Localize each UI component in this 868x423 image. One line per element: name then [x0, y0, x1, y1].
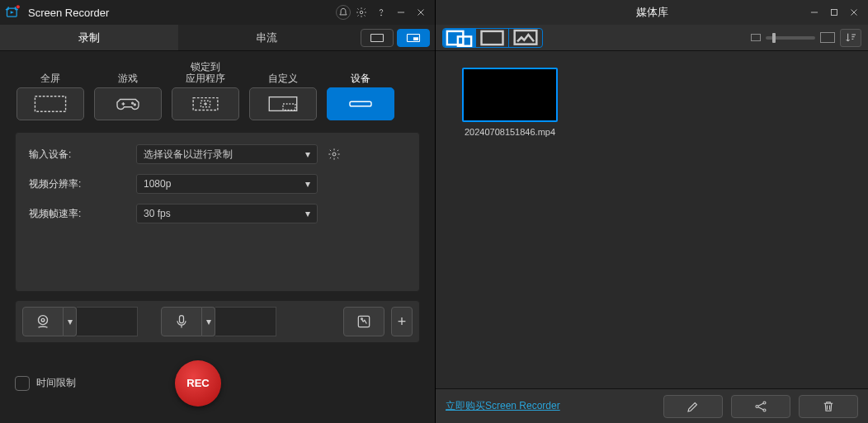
svg-point-36	[756, 405, 758, 407]
size-slider[interactable]	[766, 36, 815, 40]
input-device-settings-icon[interactable]	[326, 146, 342, 162]
buy-link[interactable]: 立即购买Screen Recorder	[446, 399, 560, 413]
edit-button[interactable]	[663, 395, 723, 418]
size-large-icon	[820, 32, 835, 43]
close-icon[interactable]	[412, 3, 430, 21]
mode-lockapp-label2: 应用程序	[186, 73, 225, 84]
svg-rect-21	[350, 101, 371, 106]
custom-icon	[249, 87, 317, 120]
close-icon[interactable]	[845, 3, 863, 21]
media-item[interactable]: 20240708151846.mp4	[460, 68, 559, 137]
mode-fullscreen[interactable]: 全屏	[15, 59, 86, 120]
svg-rect-10	[35, 96, 65, 112]
svg-point-23	[39, 316, 48, 325]
svg-point-13	[132, 102, 134, 104]
svg-point-1	[17, 5, 20, 8]
fps-label: 视频帧速率:	[29, 207, 128, 221]
left-titlebar: Screen Recorder	[0, 0, 435, 25]
webcam-dropdown[interactable]: ▾	[64, 307, 77, 336]
mode-device[interactable]: 设备	[325, 59, 396, 120]
delete-button[interactable]	[799, 395, 858, 418]
help-icon[interactable]	[372, 3, 390, 21]
chevron-down-icon: ▾	[305, 208, 310, 219]
recorder-panel: Screen Recorder 录制 串流 全屏 游戏 锁定到应用程序	[0, 0, 435, 423]
microphone-field[interactable]	[215, 307, 276, 336]
fullscreen-icon	[17, 87, 84, 120]
microphone-button[interactable]	[161, 307, 202, 336]
tab-stream[interactable]: 串流	[178, 25, 356, 50]
share-button[interactable]	[731, 395, 790, 418]
chevron-down-icon: ▾	[305, 148, 310, 160]
size-small-icon	[751, 34, 761, 41]
fps-select[interactable]: 30 fps ▾	[136, 204, 318, 223]
maximize-icon[interactable]	[825, 3, 843, 21]
resolution-value: 1080p	[144, 178, 171, 190]
svg-rect-25	[180, 316, 184, 323]
fps-value: 30 fps	[144, 208, 171, 219]
minimize-icon[interactable]	[805, 3, 823, 21]
bottom-bar: 时间限制 REC	[0, 343, 435, 423]
filter-video-button[interactable]	[476, 29, 509, 47]
filter-all-button[interactable]	[443, 29, 476, 47]
svg-rect-29	[832, 10, 837, 16]
mode-lockapp-label1: 锁定到	[191, 61, 220, 73]
svg-point-3	[381, 15, 382, 16]
add-source-button[interactable]: +	[391, 307, 413, 336]
app-title: Screen Recorder	[28, 7, 109, 19]
media-thumbnail	[462, 68, 558, 122]
mode-game-label: 游戏	[118, 73, 138, 84]
library-panel: 媒体库 20240708151846.mp4 立即购买Screen Record…	[435, 0, 868, 423]
mode-custom-label: 自定义	[268, 73, 298, 84]
svg-point-2	[360, 11, 363, 14]
minimize-icon[interactable]	[392, 3, 410, 21]
svg-rect-32	[447, 31, 464, 44]
svg-point-37	[763, 402, 766, 404]
svg-rect-20	[283, 104, 295, 110]
media-filename: 20240708151846.mp4	[465, 127, 555, 137]
library-grid: 20240708151846.mp4	[436, 51, 868, 388]
svg-point-14	[134, 104, 135, 106]
resolution-select[interactable]: 1080p ▾	[136, 174, 318, 194]
tab-record[interactable]: 录制	[0, 25, 178, 50]
notifications-icon[interactable]	[336, 5, 351, 20]
svg-line-39	[758, 403, 763, 406]
svg-point-22	[333, 153, 336, 156]
svg-point-27	[361, 318, 363, 320]
library-toolbar	[436, 25, 868, 51]
svg-rect-7	[371, 34, 384, 41]
sort-button[interactable]	[840, 29, 861, 47]
time-limit-checkbox[interactable]	[15, 376, 30, 391]
input-device-value: 选择设备以进行录制	[144, 148, 233, 162]
svg-rect-34	[482, 31, 503, 44]
thumbnail-size-control[interactable]	[751, 32, 835, 43]
filter-group	[442, 28, 543, 48]
layout-single-button[interactable]	[361, 29, 394, 47]
time-limit-label: 时间限制	[36, 376, 76, 390]
main-tabs: 录制 串流	[0, 25, 435, 51]
library-bottom-bar: 立即购买Screen Recorder	[436, 388, 868, 423]
svg-rect-9	[413, 37, 418, 40]
microphone-dropdown[interactable]: ▾	[202, 307, 215, 336]
mode-lockapp[interactable]: 锁定到应用程序	[170, 59, 241, 120]
mode-custom[interactable]: 自定义	[248, 59, 318, 120]
input-device-select[interactable]: 选择设备以进行录制 ▾	[136, 144, 318, 164]
record-button[interactable]: REC	[175, 360, 221, 407]
device-settings: 输入设备: 选择设备以进行录制 ▾ 视频分辨率: 1080p ▾ 视频帧速率: …	[15, 132, 420, 292]
chevron-down-icon: ▾	[305, 178, 310, 190]
right-titlebar: 媒体库	[436, 0, 868, 25]
mode-selector: 全屏 游戏 锁定到应用程序 自定义 设备	[0, 51, 435, 127]
svg-point-38	[763, 409, 766, 411]
layout-pip-button[interactable]	[397, 29, 430, 47]
overlay-button[interactable]	[343, 307, 384, 336]
mode-game[interactable]: 游戏	[92, 59, 163, 120]
app-logo-icon	[5, 4, 21, 21]
device-icon	[327, 87, 394, 120]
svg-point-24	[41, 318, 45, 322]
settings-icon[interactable]	[352, 3, 370, 21]
library-title: 媒体库	[636, 5, 668, 20]
webcam-button[interactable]	[22, 307, 64, 336]
filter-image-button[interactable]	[509, 29, 542, 47]
lockapp-icon	[172, 87, 239, 120]
webcam-field[interactable]	[77, 307, 138, 336]
mode-device-label: 设备	[351, 73, 370, 84]
